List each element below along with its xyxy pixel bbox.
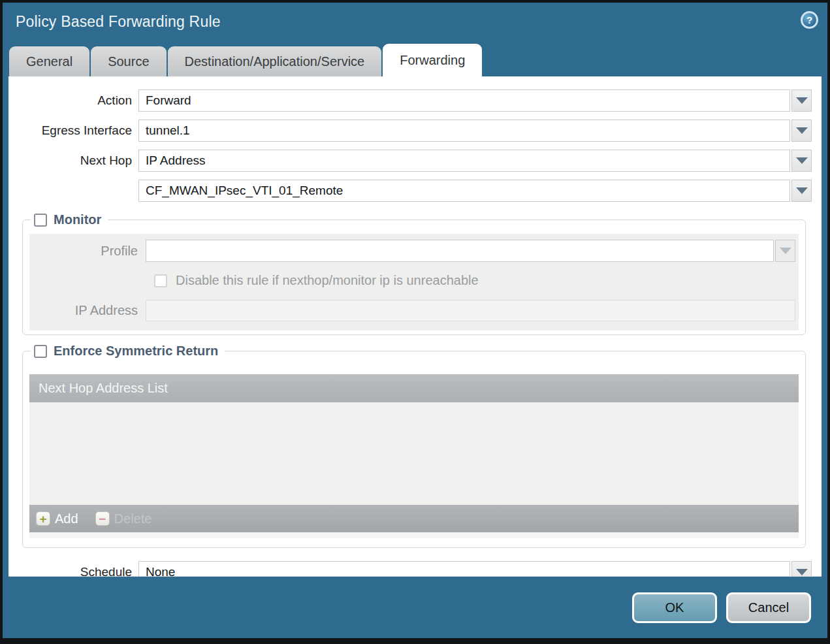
egress-interface-row: Egress Interface	[11, 120, 812, 142]
next-hop-address-combo	[138, 180, 812, 202]
symmetric-return-checkbox[interactable]	[34, 345, 47, 358]
monitor-section: Monitor Profile Disable this rule if nex…	[22, 219, 806, 335]
tab-general[interactable]: General	[9, 46, 89, 76]
chevron-down-icon	[796, 569, 808, 575]
delete-button: − Delete	[95, 511, 152, 526]
monitor-ip-address-row: IP Address	[29, 300, 799, 321]
tab-destination-application-service-label: Destination/Application/Service	[185, 54, 365, 69]
add-button-label: Add	[55, 511, 78, 526]
next-hop-address-table: Next Hop Address List + Add − Delete	[29, 374, 799, 538]
schedule-label: Schedule	[11, 565, 138, 577]
tabstrip: General Source Destination/Application/S…	[3, 40, 827, 76]
help-icon[interactable]: ?	[801, 11, 818, 29]
symmetric-return-section: Enforce Symmetric Return Next Hop Addres…	[22, 351, 806, 548]
schedule-combo	[138, 561, 812, 577]
dialog-title: Policy Based Forwarding Rule	[16, 13, 221, 31]
next-hop-address-row	[11, 180, 812, 202]
schedule-input[interactable]	[138, 561, 790, 577]
next-hop-address-table-header: Next Hop Address List	[29, 374, 799, 402]
policy-based-forwarding-dialog: Policy Based Forwarding Rule ? General S…	[0, 0, 830, 644]
next-hop-row: Next Hop	[11, 150, 812, 172]
profile-dropdown-button	[775, 240, 795, 262]
dialog-titlebar: Policy Based Forwarding Rule ?	[3, 3, 827, 40]
tab-source-label: Source	[108, 54, 149, 69]
cancel-button-label: Cancel	[748, 600, 789, 615]
profile-input	[146, 240, 774, 262]
forwarding-tab-panel: Action Egress Interface Next Hop	[8, 76, 822, 577]
next-hop-address-table-body[interactable]	[29, 402, 799, 505]
profile-combo	[146, 240, 795, 262]
symmetric-return-title: Enforce Symmetric Return	[54, 344, 218, 359]
minus-icon: −	[95, 511, 110, 526]
add-button[interactable]: + Add	[36, 511, 78, 526]
egress-interface-label: Egress Interface	[11, 123, 138, 138]
disable-rule-checkbox	[154, 274, 167, 287]
monitor-checkbox[interactable]	[34, 214, 47, 227]
tab-general-label: General	[26, 54, 72, 69]
egress-interface-combo	[138, 120, 812, 142]
dialog-footer: OK Cancel	[3, 577, 827, 638]
next-hop-combo	[138, 150, 812, 172]
tab-destination-application-service[interactable]: Destination/Application/Service	[168, 46, 382, 76]
next-hop-dropdown-button[interactable]	[791, 150, 812, 172]
monitor-ip-address-input	[146, 300, 795, 321]
profile-label: Profile	[29, 244, 146, 259]
schedule-row: Schedule	[11, 561, 812, 577]
next-hop-address-table-toolbar: + Add − Delete	[29, 505, 799, 532]
action-dropdown-button[interactable]	[791, 89, 812, 112]
cancel-button[interactable]: Cancel	[726, 592, 811, 623]
chevron-down-icon	[796, 157, 808, 164]
chevron-down-icon	[796, 187, 808, 194]
next-hop-address-table-header-label: Next Hop Address List	[39, 381, 168, 396]
plus-icon: +	[36, 511, 50, 526]
egress-interface-input[interactable]	[138, 120, 790, 142]
help-icon-glyph: ?	[806, 14, 812, 25]
disable-rule-label: Disable this rule if nexthop/monitor ip …	[176, 273, 479, 288]
profile-row: Profile	[29, 240, 799, 262]
tab-forwarding-label: Forwarding	[400, 53, 465, 68]
action-combo	[138, 89, 812, 112]
disable-rule-row: Disable this rule if nexthop/monitor ip …	[29, 273, 799, 288]
chevron-down-icon	[780, 248, 791, 254]
delete-button-label: Delete	[114, 511, 152, 526]
tab-source[interactable]: Source	[91, 46, 166, 76]
next-hop-address-dropdown-button[interactable]	[791, 180, 812, 202]
chevron-down-icon	[796, 127, 808, 134]
next-hop-type-input[interactable]	[138, 150, 790, 172]
tab-forwarding[interactable]: Forwarding	[383, 44, 482, 76]
schedule-dropdown-button[interactable]	[791, 561, 812, 577]
action-input[interactable]	[138, 89, 790, 112]
next-hop-label: Next Hop	[11, 153, 138, 168]
monitor-legend: Monitor	[31, 211, 108, 229]
monitor-panel: Profile Disable this rule if nexthop/mon…	[29, 234, 799, 330]
action-row: Action	[11, 89, 812, 112]
next-hop-address-input[interactable]	[138, 180, 790, 202]
ok-button[interactable]: OK	[632, 592, 717, 623]
monitor-ip-address-label: IP Address	[29, 303, 146, 318]
symmetric-return-legend: Enforce Symmetric Return	[31, 342, 225, 360]
action-label: Action	[11, 93, 138, 108]
monitor-title: Monitor	[54, 212, 101, 227]
table-scrollbar-strip[interactable]	[29, 532, 799, 538]
chevron-down-icon	[796, 97, 808, 104]
ok-button-label: OK	[665, 600, 684, 615]
egress-interface-dropdown-button[interactable]	[791, 120, 812, 142]
